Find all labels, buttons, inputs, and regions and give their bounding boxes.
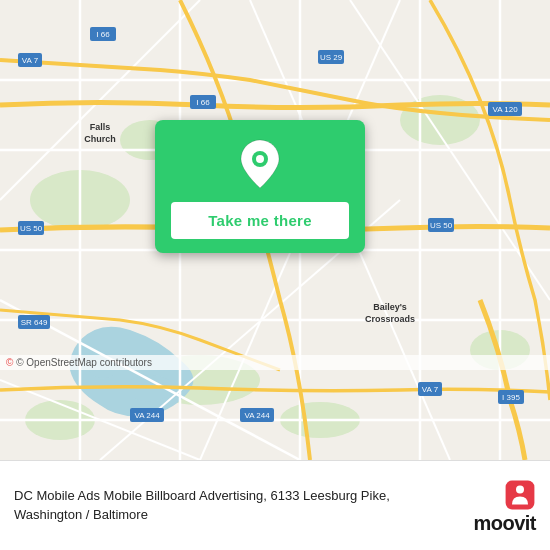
moovit-logo: moovit [456,479,536,533]
svg-text:VA 7: VA 7 [422,385,439,394]
attribution-bar: © © OpenStreetMap contributors [0,355,550,370]
svg-text:SR 649: SR 649 [21,318,48,327]
svg-text:Church: Church [84,134,116,144]
svg-text:Crossroads: Crossroads [365,314,415,324]
svg-text:VA 244: VA 244 [134,411,160,420]
bottom-description: DC Mobile Ads Mobile Billboard Advertisi… [14,487,444,523]
svg-rect-56 [506,480,535,509]
svg-text:US 50: US 50 [20,224,43,233]
moovit-icon [504,479,536,511]
location-card: Take me there [155,120,365,253]
svg-text:Bailey's: Bailey's [373,302,407,312]
take-me-there-button[interactable]: Take me there [171,202,349,239]
svg-point-55 [256,155,264,163]
svg-text:VA 120: VA 120 [492,105,518,114]
svg-text:US 50: US 50 [430,221,453,230]
bottom-bar: DC Mobile Ads Mobile Billboard Advertisi… [0,460,550,550]
svg-text:US 29: US 29 [320,53,343,62]
svg-text:I 395: I 395 [502,393,520,402]
moovit-logo-text: moovit [473,513,536,533]
svg-point-57 [516,485,524,493]
svg-text:I 66: I 66 [96,30,110,39]
svg-text:Falls: Falls [90,122,111,132]
attribution-text: © © OpenStreetMap contributors [6,357,152,368]
svg-text:VA 244: VA 244 [244,411,270,420]
svg-text:I 66: I 66 [196,98,210,107]
pin-icon [234,138,286,190]
svg-text:VA 7: VA 7 [22,56,39,65]
map-container: I 66 US 29 VA 7 US 50 US 50 VA 120 SR 64… [0,0,550,460]
